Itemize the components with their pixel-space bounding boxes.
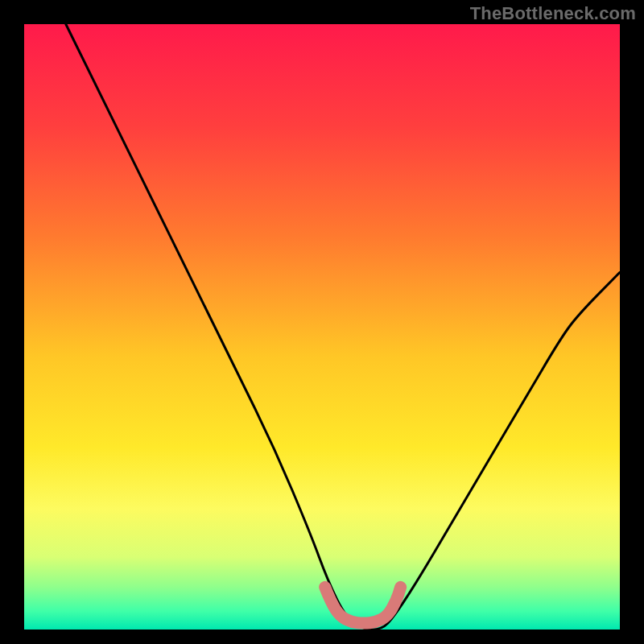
watermark-text: TheBottleneck.com bbox=[470, 3, 636, 24]
chart-stage: TheBottleneck.com bbox=[0, 0, 644, 644]
plot-area bbox=[24, 24, 620, 630]
bottleneck-chart bbox=[0, 0, 644, 644]
